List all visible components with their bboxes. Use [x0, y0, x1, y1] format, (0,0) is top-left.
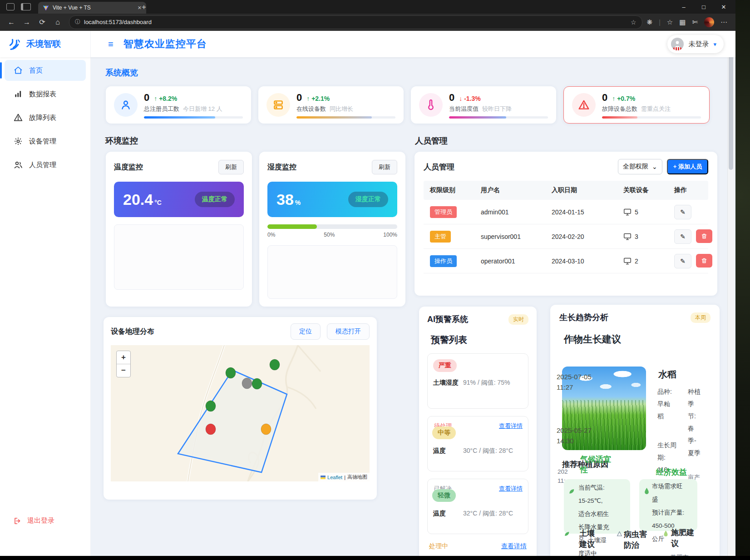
alert-metric: 土壤湿度 [433, 377, 459, 388]
menu-toggle-icon[interactable]: ≡ [108, 39, 113, 50]
sidebar-item-home[interactable]: 首页 [5, 60, 86, 81]
photo-timestamp: 2025-07-05 11:27 [557, 372, 592, 392]
zoom-out-button[interactable]: − [117, 364, 130, 377]
chevron-down-icon[interactable]: ▾ [713, 41, 716, 48]
browser-profile-avatar[interactable] [704, 17, 714, 27]
tab-actions-icon[interactable] [21, 3, 31, 10]
personnel-card: 人员管理 全部权限 ⌄ + 添加人员 权限级别 用户名 入职日期 关联设备 操作 [414, 152, 717, 296]
collections-icon[interactable]: ▦ [679, 18, 686, 26]
edit-button[interactable]: ✎ [674, 254, 691, 268]
add-user-button[interactable]: + 添加人员 [667, 159, 708, 174]
severity-badge: 中等 [432, 426, 456, 439]
vite-logo-icon [43, 5, 49, 11]
device-marker-green[interactable] [206, 401, 216, 411]
refresh-button[interactable]: 刷新 [372, 160, 397, 174]
device-marker-green[interactable] [252, 378, 262, 389]
table-row: 主管 supervisor001 2024-02-20 3 ✎ [424, 224, 708, 249]
card-title: 人员管理 [424, 162, 618, 172]
user-name: 未登录 [688, 40, 709, 49]
locate-button[interactable]: 定位 [291, 323, 321, 340]
logout-button[interactable]: 退出登录 [0, 516, 90, 525]
copilot-icon[interactable]: ❋ [647, 18, 653, 26]
detail-link[interactable]: 查看详情 [501, 542, 527, 550]
photo-timestamp: 2025-05-27 14:30 [557, 426, 592, 446]
edit-button[interactable]: ✎ [674, 229, 691, 244]
device-marker-green[interactable] [270, 359, 280, 370]
forward-icon[interactable]: → [20, 18, 34, 26]
severity-badge: 轻微 [432, 489, 456, 502]
humidity-card: 湿度监控 刷新 38% 湿度正常 0% 50% 100% [259, 152, 405, 307]
zoom-in-button[interactable]: + [117, 351, 130, 364]
site-info-icon[interactable]: ⓘ [75, 18, 80, 26]
logout-label: 退出登录 [27, 516, 54, 525]
user-menu[interactable]: 未登录 ▾ [667, 35, 724, 53]
table-header: 权限级别 用户名 入职日期 关联设备 操作 [424, 181, 708, 200]
col-username: 用户名 [481, 186, 552, 194]
edit-button[interactable]: ✎ [674, 205, 691, 219]
refresh-button[interactable]: 刷新 [218, 160, 244, 174]
browser-tab[interactable]: Vite + Vue + TS ✕ [38, 2, 146, 14]
address-bar[interactable]: ⓘ localhost:5173/dashboard ☆ [69, 15, 642, 29]
settings-more-icon[interactable]: ⋯ [720, 18, 727, 26]
map-graphics [111, 345, 370, 481]
scale-0: 0% [267, 232, 275, 238]
refresh-icon[interactable]: ⟳ [35, 18, 49, 26]
sidebar-item-faults[interactable]: 故障列表 [5, 107, 86, 128]
stat-label: 在线设备数 [296, 105, 326, 113]
sidebar-item-reports[interactable]: 数据报表 [5, 84, 86, 104]
open-modal-button[interactable]: 模态打开 [327, 323, 370, 340]
close-button[interactable]: ✕ [714, 0, 734, 14]
detail-link[interactable]: 查看详情 [499, 485, 523, 493]
device-marker-orange[interactable] [261, 424, 271, 435]
sidebar-item-label: 数据报表 [29, 90, 56, 99]
device-marker-gray[interactable] [242, 378, 252, 389]
maximize-button[interactable]: □ [694, 0, 714, 14]
app-header: 禾境智联 ≡ 智慧农业监控平台 未登录 ▾ [0, 31, 735, 57]
delete-button[interactable] [696, 254, 712, 268]
tab-title: Vite + Vue + TS [53, 5, 134, 11]
sprout-icon [663, 530, 669, 536]
stat-card-temperature: 0↓ -1.3% 当前温度值较昨日下降 [411, 86, 556, 124]
device-marker-red[interactable] [206, 424, 216, 435]
card-title: AI预警系统 [427, 314, 468, 325]
server-stat-icon [266, 93, 290, 117]
alert-triangle-icon [14, 113, 23, 122]
home-icon[interactable]: ⌂ [51, 18, 64, 26]
detail-link[interactable]: 查看详情 [499, 422, 523, 430]
trash-icon [701, 233, 707, 239]
alert-item: 严重 土壤湿度 91% / 阈值: 75% [427, 353, 528, 409]
tiles-provider: 高德地图 [347, 474, 367, 481]
delete-button[interactable] [696, 229, 712, 243]
url-text[interactable]: localhost:5173/dashboard [84, 19, 627, 25]
hire-date: 2024-01-15 [552, 208, 623, 216]
stat-card-devices: 0↑ +2.1% 在线设备数同比增长 [258, 86, 404, 124]
section-title-personnel: 人员管理 [415, 135, 448, 146]
permission-filter-select[interactable]: 全部权限 ⌄ [618, 159, 662, 174]
sidebar: 首页 数据报表 故障列表 设备管理 人员管理 退出登录 [0, 57, 91, 556]
alert-triangle-icon [572, 93, 596, 117]
device-marker-green[interactable] [226, 367, 236, 378]
minimize-button[interactable]: – [674, 0, 694, 14]
stat-label: 总注册员工数 [144, 105, 179, 113]
stat-value: 0 [602, 92, 607, 104]
back-icon[interactable]: ← [5, 18, 18, 26]
humidity-progress [267, 224, 397, 229]
stats-row: 0↑ +8.2% 总注册员工数今日新增 12 人 0↑ +2.1% 在线设备数同… [106, 86, 710, 124]
user-avatar [671, 38, 684, 50]
new-tab-button[interactable]: + [142, 3, 146, 12]
stat-value: 0 [296, 92, 302, 104]
leaflet-link[interactable]: Leaflet [327, 475, 342, 480]
tab-close-icon[interactable]: ✕ [138, 5, 142, 11]
monitor-icon [623, 208, 632, 216]
favorite-star-icon[interactable]: ☆ [631, 19, 637, 26]
sidebar-item-personnel[interactable]: 人员管理 [5, 154, 86, 175]
workspaces-icon[interactable] [6, 3, 15, 10]
environment-row: 温度监控 刷新 20.4°C 温度正常 湿度监控 刷新 38% [106, 152, 405, 307]
sidebar-item-label: 人员管理 [29, 161, 56, 169]
map-canvas[interactable]: + − [111, 345, 370, 481]
col-role: 权限级别 [430, 186, 481, 194]
stat-note: 同比增长 [330, 105, 353, 113]
web-capture-icon[interactable]: ✄ [692, 18, 698, 26]
sidebar-item-devices[interactable]: 设备管理 [5, 131, 86, 152]
favorites-icon[interactable]: ☆ [667, 18, 673, 26]
